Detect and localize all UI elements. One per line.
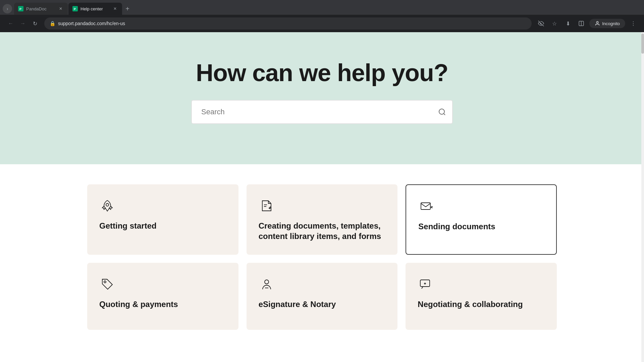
search-container bbox=[191, 100, 453, 124]
cards-section: Getting started Creating documents, temp… bbox=[0, 164, 644, 350]
toolbar-right: ☆ ⬇ Incognito ⋮ bbox=[536, 18, 639, 29]
svg-text:P: P bbox=[19, 7, 21, 11]
incognito-button[interactable]: Incognito bbox=[589, 19, 625, 28]
eye-slash-icon[interactable] bbox=[536, 18, 546, 29]
search-button[interactable] bbox=[438, 108, 446, 116]
help-center-favicon: P bbox=[72, 6, 78, 11]
chat-plus-icon bbox=[418, 276, 434, 292]
help-center-tab-close[interactable]: ✕ bbox=[112, 6, 118, 12]
card-sending-documents[interactable]: Sending documents bbox=[406, 184, 557, 255]
card-creating-documents-label: Creating documents, templates, content l… bbox=[259, 221, 386, 241]
card-negotiating-label: Negotiating & collaborating bbox=[418, 299, 545, 309]
tab-back-button[interactable]: › bbox=[3, 4, 12, 13]
address-input[interactable]: 🔒 support.pandadoc.com/hc/en-us bbox=[44, 17, 532, 29]
card-getting-started-label: Getting started bbox=[99, 221, 226, 231]
hero-title: How can we help you? bbox=[196, 59, 448, 86]
svg-rect-13 bbox=[421, 203, 430, 209]
pandadoc-tab-label: PandaDoc bbox=[26, 6, 47, 11]
svg-point-7 bbox=[597, 21, 598, 23]
send-email-icon bbox=[418, 198, 434, 215]
search-input[interactable] bbox=[191, 100, 453, 124]
signature-icon bbox=[259, 276, 275, 292]
card-creating-documents[interactable]: Creating documents, templates, content l… bbox=[247, 184, 398, 255]
pandadoc-favicon: P bbox=[18, 6, 23, 11]
address-url: support.pandadoc.com/hc/en-us bbox=[58, 21, 125, 26]
svg-text:P: P bbox=[74, 7, 76, 11]
search-icon bbox=[438, 108, 446, 116]
back-button[interactable]: ← bbox=[5, 18, 16, 29]
forward-button[interactable]: → bbox=[17, 18, 28, 29]
document-edit-icon bbox=[259, 198, 275, 214]
card-esignature-label: eSignature & Notary bbox=[259, 299, 386, 309]
menu-icon[interactable]: ⋮ bbox=[628, 18, 639, 29]
help-center-tab-label: Help center bbox=[80, 6, 103, 11]
tab-help-center[interactable]: P Help center ✕ bbox=[68, 3, 122, 15]
svg-point-14 bbox=[104, 281, 106, 283]
tab-bar: › P PandaDoc ✕ P Help center ✕ bbox=[0, 0, 644, 15]
new-tab-button[interactable]: + bbox=[123, 4, 132, 13]
rocket-icon bbox=[99, 198, 115, 214]
incognito-label: Incognito bbox=[602, 21, 620, 26]
lock-icon: 🔒 bbox=[50, 21, 55, 26]
svg-point-15 bbox=[265, 280, 269, 284]
card-quoting-payments[interactable]: Quoting & payments bbox=[87, 263, 238, 330]
cards-grid: Getting started Creating documents, temp… bbox=[87, 184, 557, 330]
address-bar: ← → ↻ 🔒 support.pandadoc.com/hc/en-us ☆ … bbox=[0, 15, 644, 32]
svg-point-10 bbox=[106, 203, 109, 206]
pandadoc-tab-close[interactable]: ✕ bbox=[58, 6, 64, 12]
bookmark-icon[interactable]: ☆ bbox=[549, 18, 560, 29]
split-screen-icon[interactable] bbox=[576, 18, 587, 29]
download-icon[interactable]: ⬇ bbox=[562, 18, 573, 29]
browser-chrome: › P PandaDoc ✕ P Help center ✕ bbox=[0, 0, 644, 32]
hero-section: How can we help you? bbox=[0, 32, 644, 164]
card-quoting-payments-label: Quoting & payments bbox=[99, 299, 226, 309]
tab-pandadoc[interactable]: P PandaDoc ✕ bbox=[14, 3, 68, 15]
svg-line-9 bbox=[444, 114, 445, 115]
card-esignature-notary[interactable]: eSignature & Notary bbox=[247, 263, 398, 330]
tag-icon bbox=[99, 276, 115, 292]
card-getting-started[interactable]: Getting started bbox=[87, 184, 238, 255]
nav-buttons: ← → ↻ bbox=[5, 18, 40, 29]
card-negotiating-collaborating[interactable]: Negotiating & collaborating bbox=[406, 263, 557, 330]
card-sending-documents-label: Sending documents bbox=[418, 221, 544, 232]
svg-point-8 bbox=[439, 109, 444, 114]
scrollbar-thumb[interactable] bbox=[641, 34, 644, 54]
refresh-button[interactable]: ↻ bbox=[30, 18, 40, 29]
page-scrollbar[interactable] bbox=[641, 32, 644, 361]
page-content: How can we help you? bbox=[0, 32, 644, 361]
